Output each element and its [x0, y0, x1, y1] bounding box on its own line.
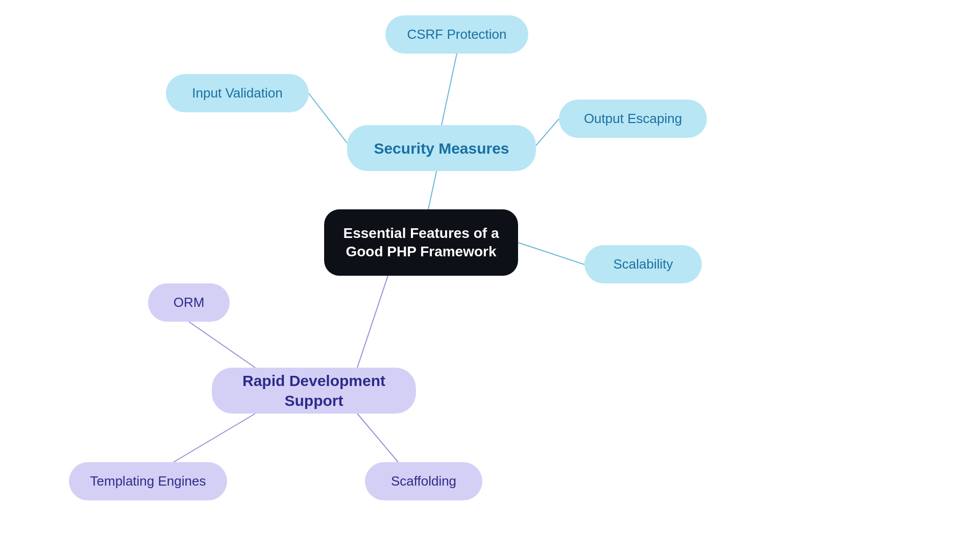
input-validation-node: Input Validation	[166, 74, 309, 112]
security-node: Security Measures	[347, 125, 536, 171]
svg-line-5	[357, 276, 388, 368]
output-escaping-label: Output Escaping	[584, 110, 682, 128]
rapid-development-node: Rapid Development Support	[212, 368, 416, 414]
svg-line-3	[536, 119, 559, 146]
mindmap-container: Essential Features of a Good PHP Framewo…	[0, 0, 980, 553]
scalability-label: Scalability	[613, 256, 673, 273]
security-label: Security Measures	[374, 138, 509, 158]
center-node: Essential Features of a Good PHP Framewo…	[324, 209, 518, 276]
orm-node: ORM	[148, 283, 230, 322]
svg-line-2	[309, 93, 347, 143]
orm-label: ORM	[174, 294, 205, 311]
templating-label: Templating Engines	[90, 473, 206, 490]
svg-line-6	[189, 322, 255, 368]
scalability-node: Scalability	[584, 245, 702, 283]
templating-node: Templating Engines	[69, 462, 227, 500]
svg-line-7	[174, 414, 255, 462]
scaffolding-node: Scaffolding	[365, 462, 482, 500]
input-validation-label: Input Validation	[192, 85, 282, 102]
svg-line-4	[518, 243, 584, 265]
output-escaping-node: Output Escaping	[559, 100, 707, 138]
rapid-label: Rapid Development Support	[212, 371, 416, 411]
svg-line-1	[442, 54, 457, 125]
center-label: Essential Features of a Good PHP Framewo…	[324, 224, 518, 261]
scaffolding-label: Scaffolding	[391, 473, 456, 490]
csrf-node: CSRF Protection	[385, 15, 528, 54]
svg-line-8	[357, 414, 398, 462]
csrf-label: CSRF Protection	[407, 26, 506, 43]
